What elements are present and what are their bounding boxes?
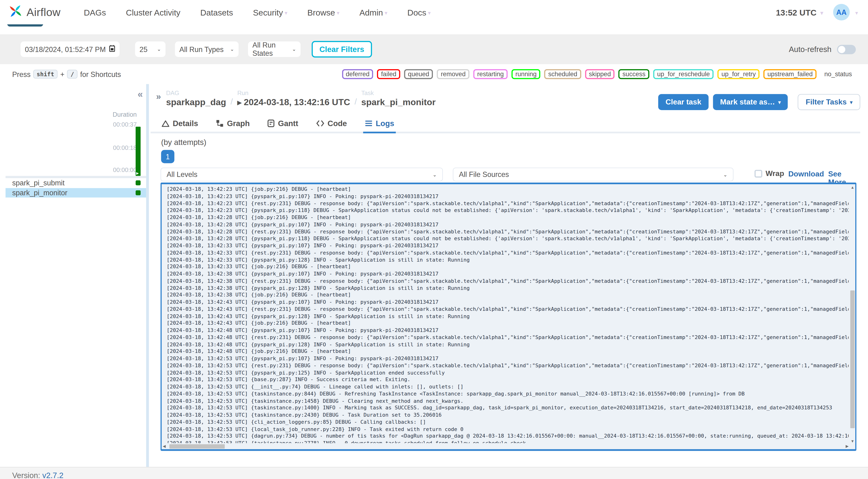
run-types-value: All Run Types <box>179 45 224 54</box>
tab-label: Details <box>173 119 198 128</box>
vertical-scrollbar[interactable]: ▲ ▼ <box>850 184 855 444</box>
chevron-down-icon: ▾ <box>820 10 823 16</box>
gantt-icon <box>268 120 275 127</box>
breadcrumb-separator: / <box>354 97 357 107</box>
chevron-down-icon: ▾ <box>285 10 287 16</box>
log-line: [2024-03-18, 13:42:53 UTC] {dagrun.py:73… <box>167 433 849 440</box>
log-line: [2024-03-18, 13:42:23 UTC] {job.py:216} … <box>167 186 849 193</box>
filter-tasks-button[interactable]: Filter Tasks▾ <box>798 94 860 110</box>
run-states-select[interactable]: All Run States ⌄ <box>248 41 301 57</box>
horizontal-scroll-thumb[interactable] <box>169 444 225 449</box>
chevron-down-icon[interactable]: ▾ <box>855 10 858 16</box>
panel-divider[interactable] <box>146 84 149 468</box>
airflow-brand[interactable]: Airflow <box>7 3 61 22</box>
breadcrumb-item-run: Run▶2024-03-18, 13:42:16 UTC <box>237 90 350 107</box>
grid-sidebar: « Duration 00:00:3700:00:1800:00:00 ▶ sp… <box>6 84 146 468</box>
mark-state-button[interactable]: Mark state as…▾ <box>713 94 788 110</box>
log-line: [2024-03-18, 13:42:28 UTC] {pyspark_pi.p… <box>167 221 849 228</box>
log-line: [2024-03-18, 13:42:53 UTC] {pyspark_pi.p… <box>167 355 849 362</box>
shortcut-plus: + <box>60 70 64 78</box>
task-row-spark-pi-submit[interactable]: spark_pi_submit <box>6 178 146 188</box>
tab-logs[interactable]: Logs <box>363 116 396 133</box>
breadcrumb-value-text: sparkapp_dag <box>166 97 226 107</box>
nav-item-admin[interactable]: Admin▾ <box>360 7 388 17</box>
collapse-sidebar-button[interactable]: « <box>137 90 143 99</box>
task-state-square[interactable] <box>135 190 141 195</box>
log-level-select[interactable]: All Levels ⌄ <box>160 167 443 181</box>
tab-label: Logs <box>376 119 394 128</box>
log-level-value: All Levels <box>167 170 197 179</box>
top-navbar: Airflow DAGsCluster ActivityDatasetsSecu… <box>0 0 868 24</box>
status-badge-success: success <box>619 69 650 79</box>
file-source-select[interactable]: All File Sources ⌄ <box>453 167 733 181</box>
task-list: spark_pi_submitspark_pi_monitor <box>6 178 146 198</box>
breadcrumb-value-text: spark_pi_monitor <box>361 97 436 107</box>
scroll-right-icon[interactable]: ▶ <box>846 444 849 449</box>
auto-refresh-group: Auto-refresh <box>789 44 856 54</box>
chevron-down-icon: ⌄ <box>157 46 161 52</box>
auto-refresh-label: Auto-refresh <box>789 45 832 54</box>
download-link[interactable]: Download <box>788 170 824 178</box>
attempt-1-button[interactable]: 1 <box>161 150 174 163</box>
tab-details[interactable]: Details <box>160 116 200 133</box>
breadcrumb-value[interactable]: sparkapp_dag <box>166 97 226 107</box>
breadcrumb-label: Run <box>237 90 350 96</box>
breadcrumb-label: DAG <box>166 90 226 96</box>
scroll-up-icon[interactable]: ▲ <box>850 185 855 189</box>
version-label: Version: <box>12 471 40 479</box>
nav-item-browse[interactable]: Browse▾ <box>307 7 340 17</box>
log-line: [2024-03-18, 13:42:53 UTC] {taskinstance… <box>167 390 849 397</box>
scroll-left-icon[interactable]: ◀ <box>163 444 166 449</box>
status-badge-failed: failed <box>377 69 400 79</box>
page-size-value: 25 <box>140 45 148 54</box>
clear-filters-button[interactable]: Clear Filters <box>312 41 372 58</box>
shortcut-row: Press shift + / for Shortcuts deferredfa… <box>0 64 868 84</box>
run-play-icon: ▶ <box>237 99 242 105</box>
breadcrumb-value[interactable]: ▶2024-03-18, 13:42:16 UTC <box>237 97 350 107</box>
nav-item-cluster-activity[interactable]: Cluster Activity <box>126 7 180 17</box>
nav-item-security[interactable]: Security▾ <box>253 7 287 17</box>
version-link[interactable]: v2.7.2 <box>42 471 64 479</box>
tab-graph[interactable]: Graph <box>214 116 251 133</box>
auto-refresh-toggle[interactable] <box>837 44 856 54</box>
expand-panel-button[interactable]: » <box>156 92 161 102</box>
log-line: [2024-03-18, 13:42:23 UTC] {rest.py:231}… <box>167 200 849 207</box>
nav-item-datasets[interactable]: Datasets <box>200 7 233 17</box>
scroll-down-icon[interactable]: ▼ <box>850 439 855 443</box>
log-line: [2024-03-18, 13:42:53 UTC] {taskinstance… <box>167 405 849 412</box>
wrap-checkbox[interactable] <box>754 170 762 178</box>
breadcrumb-value[interactable]: spark_pi_monitor <box>361 97 436 107</box>
clear-task-button[interactable]: Clear task <box>658 94 708 110</box>
task-row-spark-pi-monitor[interactable]: spark_pi_monitor <box>6 188 146 198</box>
base-date-input[interactable]: 03/18/2024, 01:52:47 PM <box>21 41 120 57</box>
chevron-down-icon: ▾ <box>385 10 388 16</box>
details-triangle-icon <box>162 120 169 127</box>
task-state-square[interactable] <box>135 181 141 185</box>
status-badge-skipped: skipped <box>585 69 615 79</box>
nav-item-docs[interactable]: Docs▾ <box>407 7 431 17</box>
breadcrumb-value-text: 2024-03-18, 13:42:16 UTC <box>244 97 350 107</box>
calendar-icon[interactable] <box>109 45 115 54</box>
tab-code[interactable]: Code <box>314 116 349 133</box>
wrap-toggle[interactable]: Wrap <box>754 169 784 178</box>
vertical-scroll-thumb[interactable] <box>850 291 855 428</box>
log-line: [2024-03-18, 13:42:48 UTC] {pyspark_pi.p… <box>167 327 849 334</box>
tab-label: Graph <box>227 119 250 128</box>
page-size-select[interactable]: 25 ⌄ <box>135 41 165 57</box>
toggle-knob <box>838 45 845 53</box>
by-attempts-label: (by attempts) <box>161 138 206 147</box>
run-duration-bar[interactable]: ▶ <box>135 127 141 176</box>
avatar[interactable]: AA <box>833 4 850 21</box>
run-types-select[interactable]: All Run Types ⌄ <box>175 41 239 57</box>
horizontal-scrollbar[interactable]: ◀ ▶ <box>162 444 850 449</box>
chevron-down-icon: ▾ <box>428 10 431 16</box>
log-line: [2024-03-18, 13:42:28 UTC] {rest.py:231}… <box>167 228 849 235</box>
task-name: spark_pi_monitor <box>6 189 68 197</box>
clock-dropdown[interactable]: 13:52 UTC ▾ <box>776 7 823 17</box>
base-date-value: 03/18/2024, 01:52:47 PM <box>25 45 106 54</box>
tab-gantt[interactable]: Gantt <box>266 116 300 133</box>
logs-icon <box>365 120 372 127</box>
nav-item-dags[interactable]: DAGs <box>84 7 106 17</box>
run-states-value: All Run States <box>252 41 292 58</box>
sidebar-separator <box>6 176 146 178</box>
